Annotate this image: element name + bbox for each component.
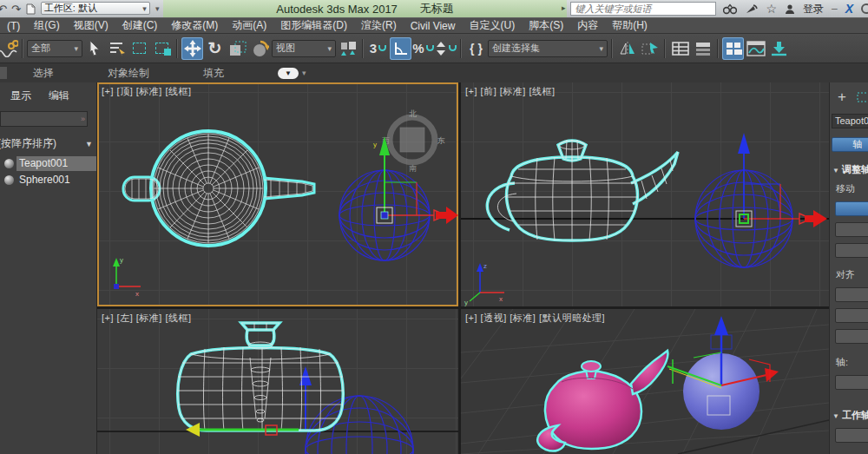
search-chevrons-icon[interactable]: »: [81, 115, 87, 123]
use-center-flyout-icon[interactable]: [337, 37, 358, 60]
adjust-pivot-rollout[interactable]: ▼调整轴: [832, 163, 868, 176]
viewport-left-label[interactable]: [+] [左] [标准] [线框]: [102, 312, 192, 325]
edit-named-selection-sets-icon[interactable]: { }: [465, 37, 487, 60]
toggle-ribbon-icon[interactable]: [722, 37, 744, 60]
ribbon-minimize-flyout-icon[interactable]: ▾: [302, 69, 306, 77]
rectangular-selection-region-icon[interactable]: [128, 37, 150, 60]
curve-editor-icon[interactable]: [745, 37, 766, 60]
working-pivot-button[interactable]: [835, 428, 868, 443]
select-and-rotate-icon[interactable]: ↻: [204, 37, 226, 60]
tab-edit[interactable]: 编辑: [49, 89, 69, 103]
sign-in-button[interactable]: 登录: [803, 2, 824, 16]
viewcube[interactable]: 北 东 南 西: [382, 109, 445, 173]
menu-civil-view[interactable]: Civil View: [404, 20, 463, 32]
align-icon[interactable]: [639, 37, 661, 60]
menu-customize[interactable]: 自定义(U): [462, 18, 522, 33]
menu-animation[interactable]: 动画(A): [225, 18, 273, 33]
viewport-top-label[interactable]: [+] [顶] [标准] [线框]: [102, 85, 192, 98]
selection-filter-dropdown[interactable]: 全部 ▾: [27, 40, 82, 57]
reference-coordsys-dropdown[interactable]: 视图 ▾: [272, 40, 336, 57]
toolbar-separator: [717, 39, 719, 58]
list-item-teapot001[interactable]: Teapot001: [0, 155, 96, 172]
snaps-toggle-icon[interactable]: 3: [367, 37, 389, 60]
new-scene-icon[interactable]: [25, 3, 36, 15]
toggle-layer-explorer-icon[interactable]: [692, 37, 713, 60]
scene-explorer-search: »: [0, 111, 88, 127]
select-and-scale-icon[interactable]: [227, 37, 248, 60]
list-item-sphere001[interactable]: Sphere001: [0, 172, 96, 188]
align-button-2[interactable]: [835, 308, 868, 323]
menu-content[interactable]: 内容: [570, 18, 605, 33]
ribbon-tab-populate[interactable]: 填充: [203, 66, 224, 81]
ribbon-minimize-pill[interactable]: ▼: [278, 68, 299, 79]
affect-hierarchy-only-button[interactable]: [835, 243, 868, 258]
affect-pivot-only-button[interactable]: [835, 201, 868, 216]
angle-snap-toggle-icon[interactable]: [390, 37, 411, 60]
scene-search-input[interactable]: [1, 114, 81, 124]
infocenter-expand-icon[interactable]: ▸: [562, 3, 566, 12]
working-pivot-rollout[interactable]: ▼工作轴: [832, 409, 868, 422]
workspace-selector[interactable]: 工作区: 默认 ▾: [41, 2, 150, 15]
menu-create[interactable]: 创建(C): [115, 18, 165, 33]
viewport-top[interactable]: [+] [顶] [标准] [线框]: [97, 82, 458, 306]
command-panel-tab-modify[interactable]: [857, 91, 868, 103]
reset-pivot-button[interactable]: [835, 375, 868, 390]
svg-text:南: 南: [409, 164, 417, 173]
menu-help[interactable]: 帮助(H): [605, 18, 654, 33]
mirror-icon[interactable]: [616, 37, 638, 60]
select-and-link-icon[interactable]: [0, 37, 18, 60]
tab-display[interactable]: 显示: [10, 89, 31, 103]
select-object-icon[interactable]: [83, 37, 105, 60]
search-binoculars-icon[interactable]: [723, 3, 737, 15]
render-setup-icon[interactable]: [767, 37, 789, 60]
viewport-front[interactable]: [+] [前] [标准] [线框]: [461, 82, 829, 306]
select-and-move-icon[interactable]: [181, 37, 203, 60]
object-name-field[interactable]: Teapot00: [832, 114, 868, 128]
viewport-front-canvas[interactable]: z x y: [461, 82, 829, 306]
menu-modifiers[interactable]: 修改器(M): [164, 18, 225, 33]
align-button-1[interactable]: [835, 287, 868, 302]
help-icon[interactable]: [861, 3, 868, 14]
viewport-front-label[interactable]: [+] [前] [标准] [线框]: [465, 85, 556, 98]
communication-center-icon[interactable]: [745, 3, 758, 15]
menu-views[interactable]: 视图(V): [67, 18, 115, 33]
select-by-name-icon[interactable]: [106, 37, 128, 60]
spinner-snap-toggle-icon[interactable]: [435, 37, 457, 60]
viewport-perspective[interactable]: [+] [透视] [标准] [默认明暗处理]: [461, 309, 829, 454]
window-title-area: Autodesk 3ds Max 2017 无标题 ▸: [163, 0, 568, 17]
search-input[interactable]: [571, 3, 715, 15]
viewport-top-canvas[interactable]: 北 东 南 西 y: [97, 82, 458, 306]
pivot-button[interactable]: 轴: [832, 137, 868, 152]
favorites-star-icon[interactable]: ☆: [766, 2, 777, 16]
ribbon-tab-object-paint[interactable]: 对象绘制: [108, 66, 149, 81]
percent-snap-toggle-icon[interactable]: %: [412, 37, 434, 60]
menu-group[interactable]: 组(G): [27, 18, 66, 33]
toggle-scene-explorer-icon[interactable]: [669, 37, 691, 60]
sort-order-row[interactable]: (按降序排序) ▼: [0, 136, 96, 151]
svg-text:x: x: [135, 290, 139, 298]
viewport-left[interactable]: [+] [左] [标准] [线框]: [97, 309, 458, 454]
menu-rendering[interactable]: 渲染(R): [354, 18, 404, 33]
menu-scripting[interactable]: 脚本(S): [522, 18, 570, 33]
autodesk-x-logo-icon[interactable]: X: [845, 2, 853, 16]
workspace-flyout-icon[interactable]: ▾: [152, 0, 163, 17]
sort-collapse-icon[interactable]: ▼: [85, 140, 93, 148]
named-selection-sets-dropdown[interactable]: 创建选择集 ▾: [488, 40, 608, 57]
viewport-left-canvas[interactable]: [97, 309, 458, 454]
dropdown-arrow-icon: ▾: [327, 44, 332, 53]
menu-graph-editors[interactable]: 图形编辑器(D): [273, 18, 354, 33]
select-and-place-icon[interactable]: [249, 37, 271, 60]
align-button-3[interactable]: [835, 329, 868, 344]
rollout-title: 调整轴: [842, 164, 868, 174]
object-name: Teapot001: [16, 156, 96, 171]
redo-icon[interactable]: ↷: [11, 3, 21, 16]
window-crossing-toggle-icon[interactable]: [151, 37, 173, 60]
undo-icon[interactable]: ↶: [0, 3, 7, 16]
command-panel-tab-create[interactable]: +: [838, 89, 846, 106]
ribbon-tab-select[interactable]: 选择: [33, 66, 54, 81]
viewport-perspective-canvas[interactable]: [461, 309, 829, 454]
menu-tools[interactable]: (T): [0, 20, 27, 32]
menu-bar: (T) 组(G) 视图(V) 创建(C) 修改器(M) 动画(A) 图形编辑器(…: [0, 17, 868, 33]
affect-object-only-button[interactable]: [835, 222, 868, 237]
viewport-perspective-label[interactable]: [+] [透视] [标准] [默认明暗处理]: [465, 312, 605, 325]
